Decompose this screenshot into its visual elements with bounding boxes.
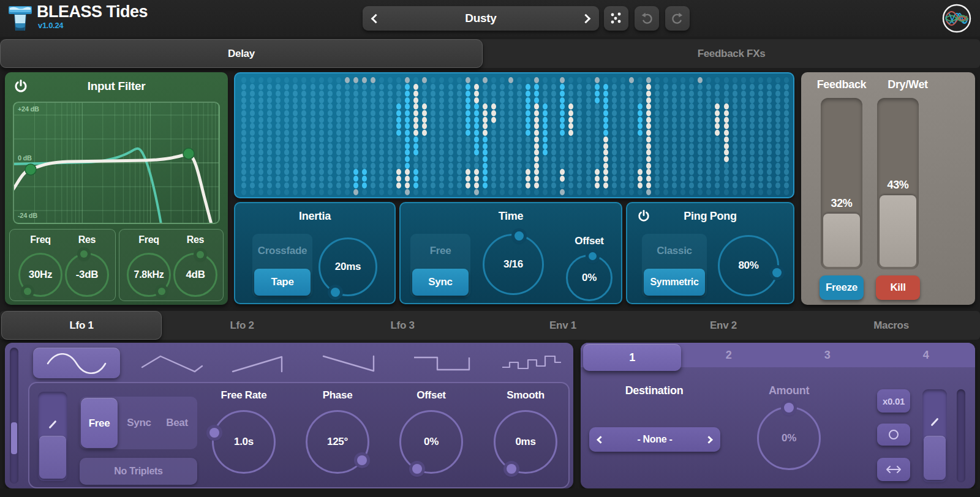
bottom-edge [0, 488, 980, 497]
waveform-triangle-button[interactable] [134, 348, 210, 378]
ping-pong-knob[interactable]: 80% [718, 235, 779, 296]
rate-mode-free[interactable]: Free [81, 398, 118, 448]
random-steps-wave-icon [500, 353, 564, 373]
filter-low-res-knob[interactable]: -3dB [65, 253, 109, 297]
saw-down-wave-icon [320, 353, 387, 373]
drywet-fill[interactable] [880, 195, 916, 267]
time-panel: Time Free Sync 3/16 Offset 0% [399, 202, 622, 304]
tab-lfo-1[interactable]: Lfo 1 [1, 311, 162, 340]
destination-prev-chevron-icon[interactable] [597, 436, 605, 444]
bleass-brand-logo-icon[interactable] [942, 4, 971, 33]
tab-env-1[interactable]: Env 1 [483, 311, 643, 340]
left-right-arrow-icon [885, 465, 902, 474]
waveform-saw-down-button[interactable] [315, 348, 391, 378]
drywet-slider[interactable]: 43% [877, 98, 919, 269]
mod-amount-fader[interactable] [922, 389, 947, 482]
destination-value[interactable]: - None - [637, 434, 672, 445]
lfo-depth-tick [49, 420, 57, 429]
bleass-tides-plugin-window: BLEASS Tides v1.0.24 Dusty [0, 0, 980, 497]
time-mode-toggle[interactable]: Free Sync [410, 234, 470, 297]
filter-curve-editor[interactable]: +24 dB 0 dB -24 dB [13, 102, 220, 224]
offset-knob[interactable]: 0% [399, 410, 463, 474]
amount-knob[interactable]: 0% [757, 406, 821, 470]
filter-high-res-label: Res [172, 234, 219, 245]
waveform-saw-up-button[interactable] [224, 348, 301, 378]
inertia-mode-crossfade[interactable]: Crossfade [252, 234, 312, 267]
tab-macros[interactable]: Macros [804, 311, 979, 340]
mod-slot-strip: 1 2 3 4 [581, 343, 975, 367]
mod-tab-row: Lfo 1 Lfo 2 Lfo 3 Env 1 Env 2 Macros [0, 311, 980, 340]
modulation-panel: 1 2 3 4 Destination - None - Amount 0% x… [581, 343, 975, 488]
tab-lfo-2[interactable]: Lfo 2 [162, 311, 322, 340]
amount-spread-button[interactable] [877, 458, 910, 481]
amount-multiplier-button[interactable]: x0.01 [877, 389, 910, 413]
waveform-random-button[interactable] [495, 348, 568, 378]
ping-pong-mode-symmetric[interactable]: Symmetric [644, 269, 705, 296]
amount-polarity-button[interactable] [877, 424, 910, 446]
filter-high-band-box: Freq Res 7.8kHz 4dB [119, 229, 224, 301]
preset-selector[interactable]: Dusty [363, 6, 599, 31]
time-offset-label: Offset [565, 235, 614, 247]
sine-wave-icon [43, 353, 110, 374]
lfo-output-meter[interactable] [10, 348, 18, 484]
filter-axis-mid: 0 dB [18, 154, 32, 162]
tab-feedback-fxs[interactable]: Feedback FXs [483, 39, 980, 68]
feedback-value: 32% [821, 197, 862, 210]
freeze-button[interactable]: Freeze [820, 275, 864, 300]
destination-selector[interactable]: - None - [589, 427, 720, 452]
filter-high-handle[interactable] [183, 148, 194, 159]
filter-axis-bottom: -24 dB [18, 212, 37, 219]
mod-slot-2[interactable]: 2 [679, 343, 778, 367]
time-mode-sync[interactable]: Sync [412, 269, 469, 296]
filter-low-freq-knob[interactable]: 30Hz [18, 253, 62, 297]
preset-name[interactable]: Dusty [379, 12, 582, 25]
destination-label: Destination [605, 384, 703, 397]
mod-slot-3[interactable]: 3 [778, 343, 876, 367]
randomize-button[interactable] [604, 6, 628, 31]
offset-label: Offset [382, 389, 480, 402]
ping-pong-mode-toggle[interactable]: Classic Symmetric [642, 234, 707, 297]
mod-slot-1[interactable]: 1 [583, 344, 681, 371]
smooth-knob[interactable]: 0ms [494, 410, 557, 474]
free-rate-knob[interactable]: 1.0s [212, 410, 276, 474]
filter-curve-svg [14, 103, 219, 223]
tab-env-2[interactable]: Env 2 [643, 311, 804, 340]
tab-delay[interactable]: Delay [0, 39, 483, 68]
drywet-value: 43% [877, 179, 919, 192]
redo-button[interactable] [665, 6, 690, 31]
mod-slot-4[interactable]: 4 [876, 343, 975, 367]
lfo-output-meter-handle[interactable] [11, 422, 17, 454]
rate-mode-sync[interactable]: Sync [120, 397, 158, 449]
preset-next-chevron-icon[interactable] [581, 13, 591, 23]
feedback-slider[interactable]: 32% [821, 98, 862, 269]
phase-knob[interactable]: 125° [306, 410, 369, 474]
lfo-controls-box: Free Sync Beat No Triplets Free Rate 1.0… [28, 382, 570, 488]
filter-high-res-knob[interactable]: 4dB [173, 253, 217, 297]
lfo-panel: Free Sync Beat No Triplets Free Rate 1.0… [5, 343, 573, 488]
kill-button[interactable]: Kill [876, 275, 920, 300]
undo-button[interactable] [635, 6, 659, 31]
time-mode-free[interactable]: Free [410, 234, 470, 267]
filter-high-freq-knob[interactable]: 7.8kHz [127, 253, 171, 297]
feedback-fill[interactable] [823, 214, 860, 267]
triplets-button[interactable]: No Triplets [80, 458, 197, 485]
time-knob[interactable]: 3/16 [483, 234, 544, 295]
tab-lfo-3[interactable]: Lfo 3 [322, 311, 483, 340]
ping-pong-mode-classic[interactable]: Classic [642, 234, 707, 267]
waveform-square-button[interactable] [404, 348, 481, 378]
filter-low-handle[interactable] [25, 164, 36, 175]
inertia-mode-tape[interactable]: Tape [254, 269, 311, 296]
time-offset-knob[interactable]: 0% [566, 255, 612, 301]
waveform-sine-button[interactable] [33, 348, 120, 378]
lfo-depth-fader-handle[interactable] [39, 436, 66, 479]
inertia-mode-toggle[interactable]: Crossfade Tape [252, 234, 312, 297]
delay-visualizer [234, 72, 794, 198]
inertia-knob[interactable]: 20ms [318, 237, 377, 296]
main-tab-row: Delay Feedback FXs [0, 39, 980, 68]
destination-next-chevron-icon[interactable] [705, 436, 713, 444]
saw-up-wave-icon [229, 353, 296, 373]
lfo-depth-fader[interactable] [38, 392, 67, 481]
mod-amount-fader-handle[interactable] [924, 436, 946, 480]
rate-mode-beat[interactable]: Beat [158, 397, 196, 449]
mix-panel: Feedback Dry/Wet 32% 43% Freeze Kill [801, 72, 975, 305]
